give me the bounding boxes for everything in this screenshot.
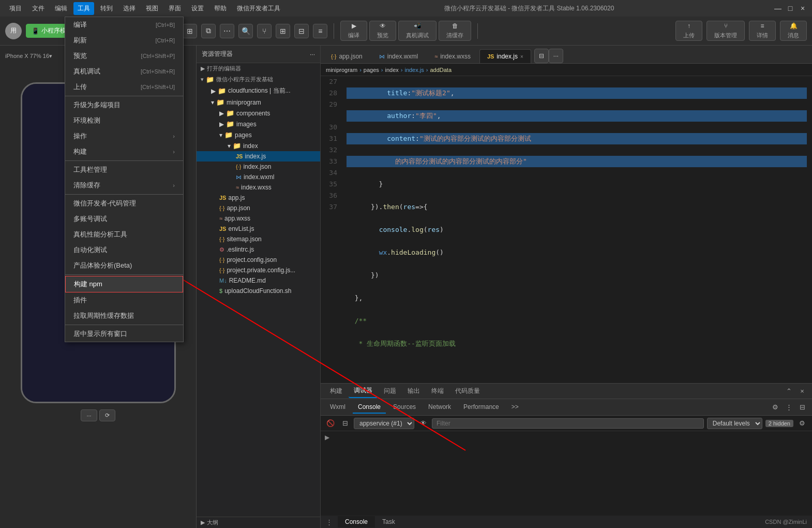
- ctx-code-manage[interactable]: 微信开发者-代码管理: [65, 196, 183, 211]
- open-editors-section[interactable]: ▶ 打开的编辑器: [197, 63, 320, 74]
- log-level-selector[interactable]: Default levels: [707, 418, 762, 429]
- sitemap-json-file[interactable]: {·} sitemap.json: [197, 234, 320, 244]
- more-tabs-icon[interactable]: ···: [549, 49, 563, 63]
- menu-select[interactable]: 选择: [119, 2, 140, 15]
- outline-section[interactable]: ▶ 大纲: [197, 517, 320, 528]
- ctx-upgrade[interactable]: 升级为多端项目: [65, 97, 183, 113]
- app-js-file[interactable]: JS app.js: [197, 193, 320, 203]
- index-js-file[interactable]: JS index.js: [197, 151, 320, 162]
- ctx-pull-cache[interactable]: 拉取周期性缓存数据: [65, 308, 183, 324]
- grid-icon[interactable]: ⊞: [276, 24, 290, 38]
- index-wxss-file[interactable]: ≈ index.wxss: [197, 182, 320, 193]
- ctx-refresh[interactable]: 刷新 [Ctrl+R]: [65, 33, 183, 48]
- copy-icon[interactable]: ⧉: [201, 24, 216, 38]
- console-clear-icon[interactable]: 🚫: [325, 418, 336, 429]
- ctx-toolbar-manage[interactable]: 工具栏管理: [65, 162, 183, 178]
- close-panel-icon[interactable]: ×: [796, 386, 808, 397]
- ctx-experience[interactable]: 产品体验分析(Beta): [65, 258, 183, 273]
- cloudfunctions-folder[interactable]: ▶ 📁 cloudfunctions | 当前...: [197, 85, 320, 97]
- menu-goto[interactable]: 转到: [96, 2, 117, 15]
- tab-index-wxss[interactable]: ≈ index.wxss: [427, 49, 478, 63]
- menu-view[interactable]: 视图: [142, 2, 162, 15]
- tab-terminal[interactable]: 终端: [426, 385, 449, 398]
- menu-project[interactable]: 项目: [5, 2, 26, 15]
- status-tab-task[interactable]: Task: [375, 516, 402, 527]
- preview-button[interactable]: 👁 预览: [369, 21, 396, 41]
- tab-problems[interactable]: 问题: [379, 385, 401, 398]
- collapse-panel-icon[interactable]: ⌃: [783, 386, 794, 397]
- search-icon[interactable]: 🔍: [238, 24, 253, 38]
- menu-wechat[interactable]: 微信开发者工具: [233, 2, 284, 15]
- layout-icon[interactable]: ⊞: [183, 24, 197, 38]
- detail-button[interactable]: ≡ 详情: [749, 21, 776, 41]
- close-tab-icon[interactable]: ×: [520, 54, 523, 60]
- tab-debugger[interactable]: 调试器: [349, 384, 378, 398]
- project-config-file[interactable]: {·} project.config.json: [197, 255, 320, 265]
- tab-index-js[interactable]: JS index.js ×: [479, 49, 531, 63]
- filter-input[interactable]: [432, 418, 704, 429]
- maximize-button[interactable]: □: [786, 4, 794, 12]
- devtools-tab-console[interactable]: Console: [353, 401, 386, 414]
- ctx-multi-account[interactable]: 多账号调试: [65, 211, 183, 227]
- readme-file[interactable]: M↓ README.md: [197, 275, 320, 286]
- eslintrc-js-file[interactable]: ⚙ .eslintrc.js: [197, 244, 320, 255]
- menu-settings[interactable]: 设置: [187, 2, 208, 15]
- console-filter-icon[interactable]: ⊟: [339, 418, 351, 429]
- tab-build[interactable]: 构建: [325, 385, 348, 398]
- ctx-real-debug[interactable]: 真机调试 [Ctrl+Shift+R]: [65, 64, 183, 79]
- ctx-operate[interactable]: 操作 ›: [65, 128, 183, 144]
- devtools-tab-performance[interactable]: Performance: [458, 401, 504, 414]
- branch-icon[interactable]: ⑂: [257, 24, 272, 38]
- tab-index-wxml[interactable]: ⋈ index.wxml: [371, 49, 426, 63]
- tab-output[interactable]: 输出: [402, 385, 425, 398]
- status-more-icon[interactable]: ⋮: [326, 518, 333, 526]
- devtools-tab-more[interactable]: >>: [506, 401, 524, 414]
- ctx-env-check[interactable]: 环境检测: [65, 113, 183, 128]
- explorer-more-icon[interactable]: ···: [310, 51, 315, 58]
- minimize-button[interactable]: —: [774, 4, 782, 12]
- message-button[interactable]: 🔔 消息: [780, 21, 807, 41]
- service-selector[interactable]: appservice (#1): [354, 418, 414, 429]
- envlist-js-file[interactable]: JS envList.js: [197, 224, 320, 234]
- app-wxss-file[interactable]: ≈ app.wxss: [197, 213, 320, 224]
- tab-code-quality[interactable]: 代码质量: [450, 385, 485, 398]
- version-button[interactable]: ⑂ 版本管理: [706, 21, 745, 41]
- images-folder[interactable]: ▶ 📁 images: [197, 119, 320, 129]
- eye-icon[interactable]: 👁: [417, 418, 429, 429]
- ctx-clear-cache[interactable]: 清除缓存 ›: [65, 178, 183, 193]
- ctx-center-windows[interactable]: 居中显示所有窗口: [65, 326, 183, 342]
- ctx-automation[interactable]: 自动化测试: [65, 242, 183, 258]
- menu-interface[interactable]: 界面: [164, 2, 185, 15]
- console-content[interactable]: ▶: [321, 431, 812, 516]
- app-json-file[interactable]: {·} app.json: [197, 203, 320, 213]
- project-section[interactable]: ▾ 📁 微信小程序云开发基础: [197, 74, 320, 85]
- stack-icon[interactable]: ≡: [313, 24, 327, 38]
- ctx-build[interactable]: 构建 ›: [65, 144, 183, 159]
- devtools-tab-sources[interactable]: Sources: [388, 401, 421, 414]
- split-editor-icon[interactable]: ⊟: [534, 49, 549, 63]
- sim-rotate-btn[interactable]: ⟳: [99, 409, 115, 421]
- components-folder[interactable]: ▶ 📁 components: [197, 108, 320, 119]
- devtools-settings-icon[interactable]: ⚙: [770, 402, 781, 413]
- menu-file[interactable]: 文件: [28, 2, 49, 15]
- log-settings-icon[interactable]: ⚙: [796, 418, 808, 429]
- real-device-button[interactable]: 📲 真机调试: [398, 21, 437, 41]
- more-icon[interactable]: ⋯: [220, 24, 234, 38]
- index-wxml-file[interactable]: ⋈ index.wxml: [197, 172, 320, 182]
- upload-cloudfunction-file[interactable]: $ uploadCloudFunction.sh: [197, 286, 320, 296]
- ctx-compile[interactable]: 编译 [Ctrl+B]: [65, 17, 183, 33]
- pages-folder[interactable]: ▾ 📁 pages: [197, 129, 320, 140]
- index-json-file[interactable]: {·} index.json: [197, 162, 320, 172]
- ctx-build-npm[interactable]: 构建 npm: [65, 276, 183, 292]
- sim-toggle-btn[interactable]: ···: [81, 409, 97, 421]
- devtools-tab-wxml[interactable]: Wxml: [325, 401, 351, 414]
- upload-button[interactable]: ↑ 上传: [675, 21, 702, 41]
- code-content[interactable]: title:"测试标题2", author:"李四", content:"测试的…: [341, 76, 812, 383]
- index-folder[interactable]: ▾ 📁 index: [197, 140, 320, 151]
- tab-app-json[interactable]: {·} app.json: [323, 49, 370, 63]
- status-tab-console[interactable]: Console: [338, 516, 375, 527]
- miniprogram-folder[interactable]: ▾ 📁 miniprogram: [197, 97, 320, 108]
- devtools-tab-network[interactable]: Network: [423, 401, 456, 414]
- lock-icon[interactable]: ⊟: [294, 24, 309, 38]
- menu-edit[interactable]: 编辑: [51, 2, 71, 15]
